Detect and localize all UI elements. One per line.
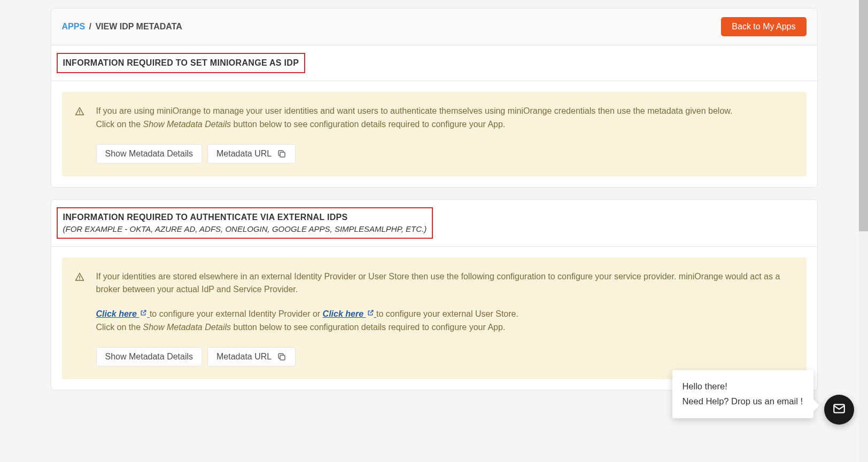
card-miniorange-idp: APPS / VIEW IDP METADATA Back to My Apps… bbox=[51, 8, 818, 187]
breadcrumb-separator: / bbox=[89, 22, 91, 31]
show-metadata-details-button[interactable]: Show Metadata Details bbox=[96, 347, 203, 366]
section2-title-wrapper: INFORMATION REQUIRED TO AUTHENTICATE VIA… bbox=[51, 200, 817, 247]
show-metadata-details-button[interactable]: Show Metadata Details bbox=[96, 144, 203, 163]
section2-alert-mid1: to configure your external Identity Prov… bbox=[150, 309, 323, 318]
section2-alert: If your identities are stored elsewhere … bbox=[62, 257, 807, 379]
metadata-url-button[interactable]: Metadata URL bbox=[207, 347, 296, 366]
svg-rect-1 bbox=[280, 355, 285, 360]
card-header: APPS / VIEW IDP METADATA Back to My Apps bbox=[51, 9, 817, 45]
breadcrumb: APPS / VIEW IDP METADATA bbox=[62, 22, 182, 32]
chat-help-text: Need Help? Drop us an email ! bbox=[682, 394, 803, 409]
section1-title: INFORMATION REQUIRED TO SET MINIORANGE A… bbox=[63, 58, 299, 68]
section1-alert: If you are using miniOrange to manage yo… bbox=[62, 92, 807, 176]
warning-icon bbox=[75, 270, 84, 366]
chat-popup: Hello there! Need Help? Drop us an email… bbox=[672, 370, 813, 410]
section2-alert-text-1: If your identities are stored elsewhere … bbox=[96, 270, 794, 297]
section2-title: INFORMATION REQUIRED TO AUTHENTICATE VIA… bbox=[63, 213, 427, 222]
configure-user-store-link[interactable]: Click here bbox=[323, 309, 376, 318]
scrollbar[interactable] bbox=[859, 0, 868, 410]
breadcrumb-apps-link[interactable]: APPS bbox=[62, 22, 86, 31]
section1-title-wrapper: INFORMATION REQUIRED TO SET MINIORANGE A… bbox=[51, 45, 817, 81]
section2-title-highlight-box: INFORMATION REQUIRED TO AUTHENTICATE VIA… bbox=[57, 207, 433, 239]
external-link-icon bbox=[367, 307, 374, 314]
external-link-icon bbox=[140, 307, 147, 314]
mail-icon bbox=[832, 402, 846, 410]
section2-alert-text-3: Click on the Show Metadata Details butto… bbox=[96, 321, 794, 334]
breadcrumb-current: VIEW IDP METADATA bbox=[95, 22, 182, 31]
warning-icon bbox=[75, 105, 84, 163]
metadata-url-button[interactable]: Metadata URL bbox=[207, 144, 296, 163]
section2-alert-mid2: to configure your external User Store. bbox=[376, 309, 518, 318]
section2-subtitle: (FOR EXAMPLE - OKTA, AZURE AD, ADFS, ONE… bbox=[63, 224, 427, 233]
chat-greeting: Hello there! bbox=[682, 379, 803, 394]
configure-idp-link[interactable]: Click here bbox=[96, 309, 150, 318]
svg-rect-0 bbox=[280, 152, 285, 157]
scrollbar-thumb[interactable] bbox=[859, 0, 868, 231]
copy-icon bbox=[277, 149, 286, 159]
section1-alert-text-1: If you are using miniOrange to manage yo… bbox=[96, 105, 794, 118]
section1-alert-text-2: Click on the Show Metadata Details butto… bbox=[96, 118, 794, 131]
card-external-idp: INFORMATION REQUIRED TO AUTHENTICATE VIA… bbox=[51, 199, 818, 390]
copy-icon bbox=[277, 352, 286, 362]
back-to-my-apps-button[interactable]: Back to My Apps bbox=[721, 17, 806, 36]
section1-title-highlight-box: INFORMATION REQUIRED TO SET MINIORANGE A… bbox=[57, 53, 306, 73]
